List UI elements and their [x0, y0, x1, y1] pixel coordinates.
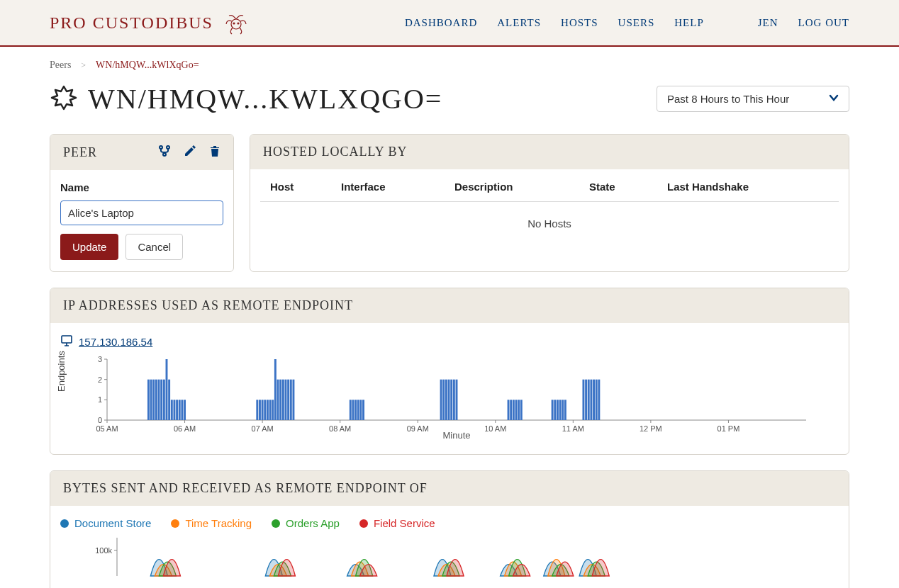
- svg-rect-43: [166, 359, 168, 420]
- ip-link[interactable]: 157.130.186.54: [60, 334, 839, 349]
- page-title-text: WN/HMQW...KWLXQGO=: [88, 82, 442, 115]
- svg-rect-88: [559, 400, 562, 420]
- svg-rect-63: [287, 380, 289, 420]
- breadcrumb: Peers > WN/hMQW...kWlXqGo=: [50, 60, 849, 71]
- name-input[interactable]: [60, 200, 223, 225]
- svg-rect-90: [564, 400, 566, 420]
- svg-rect-39: [155, 380, 157, 420]
- svg-text:10 AM: 10 AM: [484, 424, 506, 433]
- breadcrumb-current: WN/hMQW...kWlXqGo=: [96, 60, 199, 71]
- timerange-select[interactable]: Past 8 Hours to This Hour: [657, 86, 849, 112]
- svg-text:0: 0: [98, 416, 102, 424]
- legend-label: Orders App: [286, 517, 340, 529]
- svg-rect-70: [359, 400, 362, 420]
- hosted-panel: HOSTED LOCALLY BY Host Interface Descrip…: [250, 134, 849, 272]
- nav-alerts[interactable]: ALERTS: [497, 17, 541, 29]
- svg-rect-6: [62, 336, 72, 343]
- svg-rect-41: [160, 380, 162, 420]
- nav-users[interactable]: USERS: [618, 17, 655, 29]
- svg-rect-66: [350, 400, 352, 420]
- svg-rect-62: [285, 380, 287, 420]
- svg-rect-83: [518, 400, 520, 420]
- svg-rect-95: [593, 380, 595, 420]
- svg-rect-86: [554, 400, 556, 420]
- hosted-table: Host Interface Description State Last Ha…: [260, 181, 839, 237]
- svg-rect-52: [259, 400, 261, 420]
- svg-text:07 AM: 07 AM: [252, 424, 274, 433]
- svg-rect-91: [582, 380, 584, 420]
- col-state: State: [589, 181, 667, 193]
- update-button[interactable]: Update: [60, 234, 118, 260]
- svg-rect-42: [163, 380, 165, 420]
- svg-rect-65: [292, 380, 294, 420]
- burst-icon: [50, 84, 78, 115]
- brand[interactable]: PRO CUSTODIBUS: [50, 9, 250, 37]
- svg-rect-48: [179, 400, 181, 420]
- svg-rect-78: [456, 380, 458, 420]
- svg-rect-58: [274, 359, 277, 420]
- chevron-down-icon: [829, 93, 839, 105]
- legend-label: Document Store: [74, 517, 151, 529]
- nav-username[interactable]: JEN: [758, 17, 778, 29]
- svg-rect-71: [362, 400, 364, 420]
- ip-address: 157.130.186.54: [79, 336, 152, 348]
- svg-text:100k: 100k: [95, 546, 112, 555]
- cancel-button[interactable]: Cancel: [125, 234, 183, 260]
- legend-item[interactable]: Field Service: [359, 517, 435, 529]
- svg-rect-87: [557, 400, 559, 420]
- svg-rect-96: [596, 380, 598, 420]
- svg-text:09 AM: 09 AM: [407, 424, 429, 433]
- svg-rect-57: [272, 400, 274, 420]
- legend-item[interactable]: Time Tracking: [171, 517, 252, 529]
- endpoints-ylabel: Endpoints: [56, 351, 67, 392]
- fork-icon[interactable]: [158, 145, 171, 160]
- svg-rect-50: [184, 400, 186, 420]
- svg-rect-47: [176, 400, 178, 420]
- nav-help[interactable]: HELP: [674, 17, 704, 29]
- svg-rect-72: [440, 380, 442, 420]
- trash-icon[interactable]: [209, 145, 220, 160]
- svg-rect-74: [445, 380, 447, 420]
- svg-rect-37: [150, 380, 152, 420]
- topbar: PRO CUSTODIBUS DASHBOARD ALERTS HOSTS US…: [0, 0, 899, 47]
- svg-rect-54: [264, 400, 266, 420]
- hosted-panel-title: HOSTED LOCALLY BY: [263, 145, 408, 159]
- svg-rect-93: [588, 380, 590, 420]
- medusa-icon: [222, 9, 250, 37]
- svg-point-5: [163, 153, 166, 156]
- svg-rect-44: [168, 380, 170, 420]
- svg-rect-46: [173, 400, 175, 420]
- ip-panel: IP ADDRESSES USED AS REMOTE ENDPOINT 157…: [50, 288, 849, 455]
- svg-text:12 PM: 12 PM: [640, 424, 662, 433]
- svg-point-4: [167, 146, 169, 149]
- svg-rect-36: [147, 380, 150, 420]
- svg-rect-53: [262, 400, 264, 420]
- svg-rect-60: [279, 380, 281, 420]
- edit-icon[interactable]: [184, 145, 196, 160]
- legend-item[interactable]: Orders App: [272, 517, 340, 529]
- nav-logout[interactable]: LOG OUT: [798, 17, 849, 29]
- endpoints-chart: Endpoints 012305 AM06 AM07 AM08 AM09 AM1…: [60, 355, 839, 443]
- nav-hosts[interactable]: HOSTS: [561, 17, 598, 29]
- svg-rect-69: [357, 400, 359, 420]
- col-host: Host: [270, 181, 341, 193]
- name-label: Name: [60, 181, 223, 193]
- nav-dashboard[interactable]: DASHBOARD: [405, 17, 477, 29]
- legend-item[interactable]: Document Store: [60, 517, 151, 529]
- svg-rect-56: [269, 400, 272, 420]
- legend-dot-icon: [272, 519, 280, 528]
- page-title: WN/HMQW...KWLXQGO=: [50, 82, 442, 115]
- svg-rect-76: [450, 380, 452, 420]
- svg-text:2: 2: [98, 375, 102, 384]
- svg-point-2: [238, 23, 239, 24]
- legend-label: Time Tracking: [185, 517, 252, 529]
- svg-text:01 PM: 01 PM: [717, 424, 740, 433]
- host-icon: [60, 334, 73, 349]
- breadcrumb-root[interactable]: Peers: [50, 60, 71, 71]
- svg-rect-85: [552, 400, 554, 420]
- svg-text:Minute: Minute: [442, 430, 470, 440]
- svg-rect-89: [562, 400, 564, 420]
- bytes-panel: BYTES SENT AND RECEIVED AS REMOTE ENDPOI…: [50, 470, 849, 588]
- svg-rect-84: [520, 400, 523, 420]
- svg-rect-79: [508, 400, 510, 420]
